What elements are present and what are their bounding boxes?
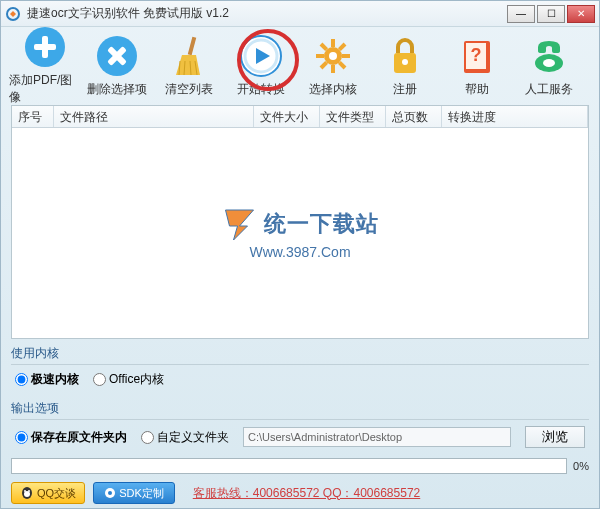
hotline-link[interactable]: 客服热线：4006685572 QQ：4006685572	[193, 485, 420, 502]
svg-point-34	[108, 491, 112, 495]
svg-point-32	[28, 490, 30, 492]
svg-rect-3	[34, 44, 56, 50]
toolbar: 添加PDF/图像 删除选择项 清空列表 开始转换 选择内核	[1, 27, 599, 105]
add-icon	[24, 26, 66, 68]
minimize-button[interactable]: —	[507, 5, 535, 23]
output-path-input[interactable]	[243, 427, 511, 447]
maximize-button[interactable]: ☐	[537, 5, 565, 23]
footer: QQ交谈 SDK定制 客服热线：4006685572 QQ：4006685572	[1, 478, 599, 508]
watermark: 统一下载站 Www.3987.Com	[222, 206, 379, 260]
tool-label: 注册	[393, 81, 417, 98]
window-controls: — ☐ ✕	[507, 5, 595, 23]
svg-rect-7	[188, 36, 197, 54]
progress-bar	[11, 458, 567, 474]
start-convert-button[interactable]: 开始转换	[225, 35, 297, 98]
col-type[interactable]: 文件类型	[320, 106, 386, 127]
col-progress[interactable]: 转换进度	[442, 106, 588, 127]
register-button[interactable]: 注册	[369, 35, 441, 98]
help-book-icon: ?	[456, 35, 498, 77]
tool-label: 清空列表	[165, 81, 213, 98]
tool-label: 人工服务	[525, 81, 573, 98]
support-button[interactable]: 人工服务	[513, 35, 585, 98]
engine-office-radio[interactable]: Office内核	[93, 371, 164, 388]
tool-label: 开始转换	[237, 81, 285, 98]
watermark-main: 统一下载站	[264, 209, 379, 239]
help-button[interactable]: ? 帮助	[441, 35, 513, 98]
output-custom-folder-radio[interactable]: 自定义文件夹	[141, 429, 229, 446]
svg-point-28	[543, 59, 555, 67]
qq-icon	[20, 486, 34, 500]
delete-button[interactable]: 删除选择项	[81, 35, 153, 98]
titlebar: 捷速ocr文字识别软件 免费试用版 v1.2 — ☐ ✕	[1, 1, 599, 27]
svg-rect-17	[316, 54, 324, 58]
table-header: 序号 文件路径 文件大小 文件类型 总页数 转换进度	[12, 106, 588, 128]
gear-icon	[312, 35, 354, 77]
output-title: 输出选项	[11, 398, 589, 420]
col-path[interactable]: 文件路径	[54, 106, 254, 127]
svg-rect-15	[331, 39, 335, 47]
svg-point-23	[329, 52, 337, 60]
lock-icon	[384, 35, 426, 77]
progress-row: 0%	[11, 458, 589, 474]
qq-chat-button[interactable]: QQ交谈	[11, 482, 85, 504]
engine-title: 使用内核	[11, 343, 589, 365]
main-window: 捷速ocr文字识别软件 免费试用版 v1.2 — ☐ ✕ 添加PDF/图像 删除…	[0, 0, 600, 509]
progress-percent: 0%	[573, 460, 589, 472]
broom-icon	[168, 35, 210, 77]
col-pages[interactable]: 总页数	[386, 106, 442, 127]
engine-section: 使用内核 极速内核 Office内核	[11, 343, 589, 390]
select-engine-button[interactable]: 选择内核	[297, 35, 369, 98]
svg-text:?: ?	[471, 45, 482, 65]
delete-icon	[96, 35, 138, 77]
watermark-sub: Www.3987.Com	[249, 244, 350, 260]
browse-button[interactable]: 浏览	[525, 426, 585, 448]
tool-label: 帮助	[465, 81, 489, 98]
sdk-icon	[104, 487, 116, 499]
tool-label: 添加PDF/图像	[9, 72, 81, 106]
add-file-button[interactable]: 添加PDF/图像	[9, 26, 81, 106]
svg-rect-16	[331, 65, 335, 73]
close-button[interactable]: ✕	[567, 5, 595, 23]
engine-fast-radio[interactable]: 极速内核	[15, 371, 79, 388]
col-index[interactable]: 序号	[12, 106, 54, 127]
phone-icon	[528, 35, 570, 77]
output-section: 输出选项 保存在原文件夹内 自定义文件夹 浏览	[11, 398, 589, 450]
svg-point-25	[402, 59, 408, 65]
tool-label: 删除选择项	[87, 81, 147, 98]
clear-button[interactable]: 清空列表	[153, 35, 225, 98]
output-same-folder-radio[interactable]: 保存在原文件夹内	[15, 429, 127, 446]
file-table: 序号 文件路径 文件大小 文件类型 总页数 转换进度 统一下载站 Www.398…	[11, 105, 589, 339]
watermark-logo-icon	[222, 206, 258, 242]
svg-rect-18	[342, 54, 350, 58]
svg-point-31	[24, 490, 26, 492]
table-body[interactable]: 统一下载站 Www.3987.Com	[12, 128, 588, 338]
window-title: 捷速ocr文字识别软件 免费试用版 v1.2	[27, 5, 507, 22]
sdk-button[interactable]: SDK定制	[93, 482, 175, 504]
play-icon	[240, 35, 282, 77]
tool-label: 选择内核	[309, 81, 357, 98]
app-icon	[5, 6, 21, 22]
col-size[interactable]: 文件大小	[254, 106, 320, 127]
